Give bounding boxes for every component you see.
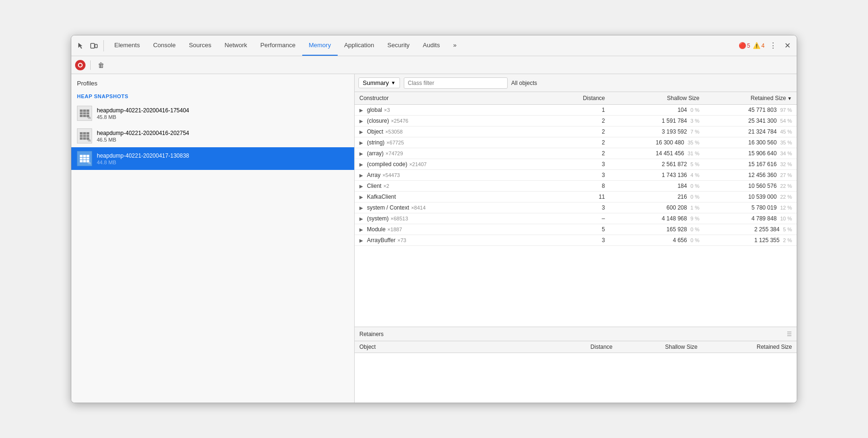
constructor-name: Module (367, 226, 385, 233)
heap-table: Constructor Distance Shallow Size Retain… (355, 92, 797, 246)
cell-constructor: ▶ KafkaClient (355, 192, 553, 202)
table-row[interactable]: ▶ Object ×53058 23 193 592 7 %21 324 784… (355, 126, 797, 137)
constructor-name: global (367, 107, 382, 113)
count-badge: ×73 (397, 237, 406, 243)
count-badge: ×54473 (383, 172, 400, 178)
cell-shallow: 165 928 0 % (610, 224, 704, 235)
expand-arrow[interactable]: ▶ (359, 216, 365, 221)
tab-memory[interactable]: Memory (302, 35, 338, 56)
right-header: Summary ▼ All objects (355, 74, 797, 92)
constructor-name: (closure) (367, 118, 389, 124)
expand-arrow[interactable]: ▶ (359, 140, 365, 145)
tab-performance[interactable]: Performance (254, 35, 302, 56)
retainer-col-distance: Distance (561, 341, 617, 353)
expand-arrow[interactable]: ▶ (359, 118, 365, 124)
cursor-icon[interactable] (75, 40, 86, 51)
cell-constructor: ▶ (array) ×74729 (355, 148, 553, 159)
cell-retained: 10 560 576 22 % (704, 181, 797, 192)
table-row[interactable]: ▶ system / Context ×8414 3600 208 1 %5 7… (355, 202, 797, 213)
table-row[interactable]: ▶ ArrayBuffer ×73 34 656 0 %1 125 355 2 … (355, 235, 797, 246)
summary-dropdown[interactable]: Summary ▼ (358, 77, 400, 88)
cell-retained: 2 255 384 5 % (704, 224, 797, 235)
count-badge: ×2 (383, 183, 390, 189)
profiles-title: Profiles (71, 80, 354, 91)
table-row[interactable]: ▶ (closure) ×25476 21 591 784 3 %25 341 … (355, 116, 797, 126)
cell-retained: 45 771 803 97 % (704, 105, 797, 116)
main-content: Profiles HEAP SNAPSHOTS % heapdump-40221… (71, 74, 797, 403)
expand-arrow[interactable]: ▶ (359, 162, 365, 167)
snapshot-info-1: heapdump-40221-20200416-202754 46.5 MB (97, 130, 189, 143)
snapshot-item-1[interactable]: % heapdump-40221-20200416-202754 46.5 MB (71, 125, 354, 147)
device-toggle-icon[interactable] (88, 40, 100, 51)
cell-distance: 2 (553, 126, 610, 137)
table-row[interactable]: ▶ Client ×2 8184 0 %10 560 576 22 % (355, 181, 797, 192)
table-row[interactable]: ▶ KafkaClient 11216 0 %10 539 000 22 % (355, 192, 797, 202)
tab-network[interactable]: Network (218, 35, 254, 56)
table-row[interactable]: ▶ Module ×1887 5165 928 0 %2 255 384 5 % (355, 224, 797, 235)
snapshot-item-0[interactable]: % heapdump-40221-20200416-175404 45.8 MB (71, 102, 354, 125)
count-badge: ×8414 (411, 205, 425, 211)
toolbar-right: 🔴 5 ⚠️ 4 ⋮ ✕ (739, 40, 793, 51)
table-header-row: Constructor Distance Shallow Size Retain… (355, 92, 797, 105)
col-header-retained[interactable]: Retained Size (704, 92, 797, 105)
expand-arrow[interactable]: ▶ (359, 184, 365, 189)
error-badge: 🔴 5 (739, 42, 750, 49)
table-row[interactable]: ▶ global ×3 1104 0 %45 771 803 97 % (355, 105, 797, 116)
expand-arrow[interactable]: ▶ (359, 129, 365, 135)
retainers-body (355, 353, 797, 403)
memory-subtoolbar: 🗑 (71, 56, 797, 74)
snapshot-name-1: heapdump-40221-20200416-202754 (97, 130, 189, 136)
table-row[interactable]: ▶ (array) ×74729 214 451 456 31 %15 906 … (355, 148, 797, 159)
col-header-constructor[interactable]: Constructor (355, 92, 553, 105)
snapshot-size-1: 46.5 MB (97, 137, 189, 143)
trash-button[interactable]: 🗑 (95, 59, 107, 71)
table-row[interactable]: ▶ Array ×54473 31 743 136 4 %12 456 360 … (355, 170, 797, 181)
tab-application[interactable]: Application (338, 35, 381, 56)
tab-audits[interactable]: Audits (416, 35, 446, 56)
snapshot-name-2: heapdump-40221-20200417-130838 (97, 152, 189, 159)
constructor-name: (system) (367, 215, 389, 222)
left-panel: Profiles HEAP SNAPSHOTS % heapdump-40221… (71, 74, 355, 403)
heap-table-area[interactable]: Constructor Distance Shallow Size Retain… (355, 92, 797, 327)
expand-arrow[interactable]: ▶ (359, 238, 365, 243)
expand-arrow[interactable]: ▶ (359, 194, 365, 200)
col-header-distance[interactable]: Distance (553, 92, 610, 105)
cell-distance: 1 (553, 105, 610, 116)
table-body: ▶ global ×3 1104 0 %45 771 803 97 % ▶ (c… (355, 105, 797, 246)
col-header-shallow[interactable]: Shallow Size (610, 92, 704, 105)
error-count: 5 (747, 42, 750, 49)
cell-distance: 2 (553, 116, 610, 126)
constructor-name: (array) (367, 150, 383, 157)
cell-constructor: ▶ ArrayBuffer ×73 (355, 235, 553, 246)
tab-more[interactable]: » (446, 35, 463, 56)
table-row[interactable]: ▶ (compiled code) ×21407 32 561 872 5 %1… (355, 159, 797, 170)
tab-sources[interactable]: Sources (182, 35, 218, 56)
constructor-name: Array (367, 172, 381, 178)
count-badge: ×25476 (391, 118, 408, 124)
expand-arrow[interactable]: ▶ (359, 173, 365, 178)
warning-badge: ⚠️ 4 (753, 42, 765, 49)
expand-arrow[interactable]: ▶ (359, 227, 365, 232)
count-badge: ×68513 (391, 216, 408, 221)
tab-console[interactable]: Console (146, 35, 182, 56)
expand-arrow[interactable]: ▶ (359, 151, 365, 156)
cell-constructor: ▶ global ×3 (355, 105, 553, 116)
table-row[interactable]: ▶ (string) ×67725 216 300 480 35 %16 300… (355, 137, 797, 148)
class-filter-input[interactable] (404, 77, 508, 89)
snapshot-item-2[interactable]: % heapdump-40221-20200417-130838 44.8 MB (71, 147, 354, 170)
table-row[interactable]: ▶ (system) ×68513 –4 148 968 9 %4 789 84… (355, 213, 797, 224)
retainers-section: Retainers ☰ Object Distance Shallow Size… (355, 327, 797, 403)
expand-arrow[interactable]: ▶ (359, 205, 365, 211)
more-options-button[interactable]: ⋮ (767, 40, 779, 51)
constructor-name: ArrayBuffer (367, 237, 395, 244)
cell-retained: 21 324 784 45 % (704, 126, 797, 137)
warning-count: 4 (761, 42, 765, 49)
cell-distance: 3 (553, 159, 610, 170)
expand-arrow[interactable]: ▶ (359, 108, 365, 113)
close-button[interactable]: ✕ (782, 40, 793, 51)
tab-elements[interactable]: Elements (108, 35, 146, 56)
snapshot-info-0: heapdump-40221-20200416-175404 45.8 MB (97, 107, 189, 120)
tab-security[interactable]: Security (381, 35, 416, 56)
scrollbar-icon: ☰ (787, 331, 792, 337)
record-button[interactable] (75, 60, 85, 70)
